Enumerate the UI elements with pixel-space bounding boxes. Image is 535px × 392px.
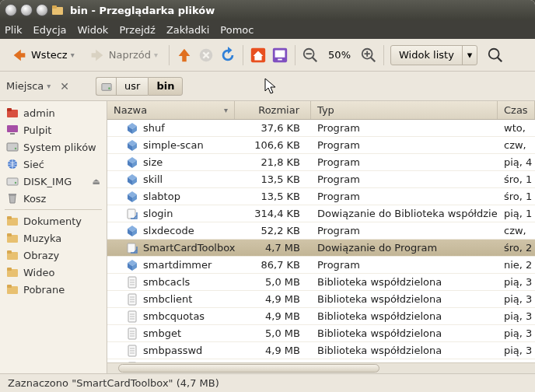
titlebar: bin - Przeglądarka plików: [0, 0, 535, 20]
zoom-out-button[interactable]: [302, 47, 319, 64]
menu-help[interactable]: Pomoc: [220, 24, 254, 36]
table-row[interactable]: slabtop13,5 KBProgramśro, 1: [107, 188, 535, 205]
file-size: 4,9 MB: [235, 345, 311, 356]
table-row[interactable]: smbcacls5,0 MBBiblioteka współdzielonapi…: [107, 274, 535, 291]
reload-button[interactable]: [219, 47, 236, 64]
svg-rect-35: [7, 268, 12, 271]
file-list[interactable]: shuf37,6 KBProgramwto,simple-scan106,6 K…: [107, 120, 535, 362]
places-dropdown[interactable]: Miejsca ▾: [6, 80, 51, 92]
menu-file[interactable]: Plik: [5, 24, 23, 36]
file-name: slxdecode: [143, 225, 194, 236]
sidebar-item[interactable]: DISK_IMG⏏: [0, 173, 107, 190]
table-row[interactable]: skill13,5 KBProgramśro, 1: [107, 171, 535, 188]
folder-icon: [6, 232, 19, 244]
table-row[interactable]: size21,8 KBProgrampią, 4: [107, 154, 535, 171]
table-row[interactable]: simple-scan106,6 KBProgramczw,: [107, 137, 535, 154]
back-button[interactable]: Wstecz ▾: [6, 44, 79, 66]
sidebar-item[interactable]: Sieć: [0, 156, 107, 173]
header-size[interactable]: Rozmiar: [235, 101, 311, 119]
table-row[interactable]: smartdimmer86,7 KBProgramnie, 2: [107, 257, 535, 274]
file-name: slogin: [143, 208, 173, 219]
sidebar-item[interactable]: System plików: [0, 138, 107, 156]
window-close-button[interactable]: [5, 4, 17, 16]
home-button[interactable]: [250, 47, 267, 64]
doc-icon: [126, 310, 138, 323]
chevron-down-icon[interactable]: ▾: [154, 51, 158, 59]
file-name: smbclient: [143, 293, 192, 305]
svg-rect-19: [7, 108, 12, 111]
svg-rect-29: [7, 216, 12, 219]
statusbar: Zaznaczono "SmartCardToolbox" (4,7 MB): [0, 373, 535, 392]
stop-button[interactable]: [198, 47, 215, 64]
sidebar-item[interactable]: Dokumenty: [0, 212, 107, 229]
sidebar-item[interactable]: Kosz: [0, 190, 107, 207]
horizontal-scrollbar[interactable]: [107, 362, 535, 373]
bin-icon: [126, 139, 138, 152]
menu-view[interactable]: Widok: [77, 24, 108, 36]
eject-icon[interactable]: ⏏: [93, 177, 100, 187]
file-pane: Nazwa▾ Rozmiar Typ Czas shuf37,6 KBProgr…: [107, 101, 535, 373]
path-segment-usr[interactable]: usr: [116, 77, 148, 96]
bin-icon: [126, 122, 138, 135]
file-name: shuf: [143, 122, 165, 134]
sidebar-item-label: admin: [23, 107, 55, 119]
file-size: 21,8 KB: [235, 156, 311, 168]
table-row[interactable]: SmartCardToolbox4,7 MBDowiązanie do Prog…: [107, 240, 535, 257]
sidebar-item[interactable]: Pulpit: [0, 121, 107, 138]
sidebar-item-label: Pulpit: [23, 124, 51, 136]
doc-icon: [126, 327, 138, 340]
header-name[interactable]: Nazwa▾: [107, 101, 235, 119]
table-row[interactable]: smbclient4,9 MBBiblioteka współdzielonap…: [107, 291, 535, 308]
menu-bookmarks[interactable]: Zakładki: [166, 24, 209, 36]
places-label-text: Miejsca: [6, 80, 44, 92]
header-type[interactable]: Typ: [311, 101, 498, 119]
chevron-down-icon[interactable]: ▾: [462, 46, 477, 65]
sidebar-item-label: Muzyka: [23, 233, 61, 244]
file-size: 4,9 MB: [235, 293, 311, 305]
sidebar-item[interactable]: admin: [0, 104, 107, 121]
file-date: pią, 1: [498, 208, 535, 219]
chevron-down-icon[interactable]: ▾: [71, 51, 75, 59]
sidebar: adminPulpitSystem plikówSiećDISK_IMG⏏Kos…: [0, 101, 107, 373]
close-sidebar-button[interactable]: ✕: [57, 80, 72, 93]
sidebar-item[interactable]: Obrazy: [0, 247, 107, 264]
doc-icon: [126, 293, 138, 306]
file-size: 314,4 KB: [235, 208, 311, 219]
file-type: Program: [311, 122, 498, 134]
table-row[interactable]: shuf37,6 KBProgramwto,: [107, 120, 535, 137]
forward-button[interactable]: Naprzód ▾: [84, 44, 163, 66]
sidebar-item[interactable]: Pobrane: [0, 281, 107, 298]
svg-rect-20: [7, 125, 18, 132]
zoom-level: 50%: [323, 49, 355, 61]
doc-icon: [126, 276, 138, 289]
search-button[interactable]: [487, 47, 504, 64]
menu-edit[interactable]: Edycja: [33, 24, 67, 36]
file-type: Program: [311, 225, 498, 236]
window-maximize-button[interactable]: [36, 4, 48, 16]
sidebar-item-label: System plików: [23, 142, 96, 153]
viewmode-select[interactable]: Widok listy ▾: [390, 45, 477, 65]
table-row[interactable]: smbpasswd4,9 MBBiblioteka współdzielonap…: [107, 342, 535, 359]
menu-go[interactable]: Przejdź: [119, 24, 155, 36]
window-minimize-button[interactable]: [20, 4, 33, 16]
computer-button[interactable]: [271, 47, 288, 64]
disk-icon[interactable]: [96, 77, 116, 96]
header-date[interactable]: Czas: [498, 101, 535, 119]
file-name: smartdimmer: [143, 259, 212, 271]
table-row[interactable]: smbcquotas4,9 MBBiblioteka współdzielona…: [107, 308, 535, 325]
file-date: czw,: [498, 225, 535, 236]
zoom-in-button[interactable]: [360, 47, 377, 64]
table-row[interactable]: slogin314,4 KBDowiązanie do Biblioteka w…: [107, 205, 535, 222]
up-button[interactable]: [176, 47, 193, 64]
file-date: pią, 3: [498, 310, 535, 322]
file-type: Program: [311, 191, 498, 202]
table-row[interactable]: slxdecode52,2 KBProgramczw,: [107, 222, 535, 240]
file-type: Biblioteka współdzielona: [311, 345, 498, 356]
file-type: Program: [311, 139, 498, 151]
table-row[interactable]: smbget5,0 MBBiblioteka współdzielonapią,…: [107, 325, 535, 342]
svg-rect-37: [7, 285, 12, 288]
sidebar-item[interactable]: Wideo: [0, 264, 107, 281]
file-type: Biblioteka współdzielona: [311, 310, 498, 322]
sidebar-item[interactable]: Muzyka: [0, 229, 107, 247]
path-segment-bin[interactable]: bin: [148, 77, 183, 96]
